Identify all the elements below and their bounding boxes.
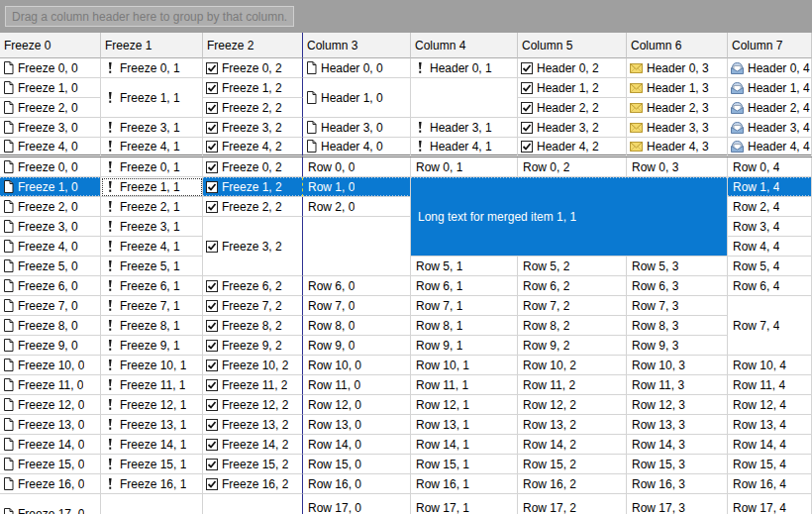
- header-cell[interactable]: Header 0, 4: [728, 58, 812, 78]
- grid-cell[interactable]: Row 11, 3: [627, 375, 728, 395]
- grid-cell[interactable]: Row 9, 0: [303, 336, 411, 356]
- grid-cell[interactable]: Freeze 9, 2: [203, 336, 303, 356]
- grid-cell[interactable]: Freeze 12, 0: [0, 395, 101, 415]
- grid-cell[interactable]: Row 14, 2: [518, 435, 627, 455]
- grid-cell[interactable]: Row 0, 2: [518, 157, 627, 177]
- header-cell[interactable]: Freeze 0, 1: [101, 58, 203, 78]
- grid-cell[interactable]: Row 1, 0: [303, 177, 411, 197]
- grid-cell[interactable]: Row 5, 2: [518, 257, 627, 276]
- grid-cell[interactable]: Freeze 9, 0: [0, 336, 101, 356]
- header-cell[interactable]: Header 3, 4: [728, 118, 812, 138]
- grid-cell[interactable]: Freeze 3, 0: [0, 217, 101, 237]
- grid-cell[interactable]: Freeze 9, 1: [101, 336, 203, 356]
- grid-cell[interactable]: Freeze 15, 0: [0, 455, 101, 474]
- grid-cell[interactable]: [203, 494, 303, 514]
- grid-cell[interactable]: Row 5, 4: [728, 257, 812, 276]
- grid-cell[interactable]: Row 12, 0: [303, 395, 411, 415]
- grid-cell[interactable]: Freeze 3, 1: [101, 217, 203, 237]
- grid-cell[interactable]: Row 11, 0: [303, 375, 411, 395]
- column-header-freeze-2[interactable]: Freeze 2: [203, 33, 303, 58]
- grid-cell[interactable]: Freeze 12, 1: [101, 395, 203, 415]
- grid-cell[interactable]: Freeze 13, 2: [203, 415, 303, 435]
- header-cell[interactable]: Header 4, 0: [303, 138, 411, 157]
- grid-cell[interactable]: Row 9, 2: [518, 336, 627, 356]
- grid-cell[interactable]: Row 7, 4: [728, 296, 812, 356]
- grid-cell[interactable]: Freeze 13, 0: [0, 415, 101, 435]
- grid-cell[interactable]: Freeze 1, 2: [203, 177, 303, 197]
- grid-cell[interactable]: Row 0, 0: [303, 157, 411, 177]
- grid-cell[interactable]: Freeze 2, 1: [101, 197, 203, 217]
- grid-cell[interactable]: Row 10, 4: [728, 356, 812, 375]
- grid-cell[interactable]: Row 9, 1: [411, 336, 518, 356]
- grid-cell[interactable]: Row 10, 2: [518, 356, 627, 375]
- grid-cell[interactable]: Freeze 8, 2: [203, 316, 303, 336]
- grid-cell[interactable]: Row 12, 2: [518, 395, 627, 415]
- grid-cell[interactable]: Row 11, 2: [518, 375, 627, 395]
- grid-cell[interactable]: Freeze 10, 1: [101, 356, 203, 375]
- grid-cell[interactable]: Row 10, 3: [627, 356, 728, 375]
- header-cell[interactable]: Freeze 4, 2: [203, 138, 303, 157]
- grid-cell[interactable]: Row 13, 0: [303, 415, 411, 435]
- header-cell[interactable]: Freeze 4, 1: [101, 138, 203, 157]
- header-cell[interactable]: Header 1, 3: [627, 78, 728, 98]
- header-cell[interactable]: Header 4, 3: [627, 138, 728, 157]
- grid-cell[interactable]: Freeze 8, 1: [101, 316, 203, 336]
- column-header-freeze-1[interactable]: Freeze 1: [101, 33, 203, 58]
- grid-cell[interactable]: Row 1, 4: [728, 177, 812, 197]
- grid-cell[interactable]: Row 6, 0: [303, 276, 411, 296]
- header-cell[interactable]: Freeze 2, 0: [0, 98, 101, 118]
- header-cell[interactable]: Freeze 0, 0: [0, 58, 101, 78]
- grid-cell[interactable]: Row 16, 0: [303, 474, 411, 494]
- header-cell[interactable]: Header 3, 2: [518, 118, 627, 138]
- grid-cell[interactable]: Freeze 7, 0: [0, 296, 101, 316]
- grid-cell[interactable]: Freeze 1, 1: [101, 177, 203, 197]
- grid-cell[interactable]: Freeze 16, 1: [101, 474, 203, 494]
- grid-cell[interactable]: Row 8, 0: [303, 316, 411, 336]
- grid-cell[interactable]: Row 0, 3: [627, 157, 728, 177]
- header-cell[interactable]: Freeze 1, 2: [203, 78, 303, 98]
- header-cell[interactable]: Header 0, 3: [627, 58, 728, 78]
- grid-cell[interactable]: Row 6, 4: [728, 276, 812, 296]
- header-cell[interactable]: [411, 78, 518, 118]
- header-cell[interactable]: Freeze 3, 1: [101, 118, 203, 138]
- grid-cell[interactable]: Freeze 7, 1: [101, 296, 203, 316]
- grid-cell[interactable]: Row 12, 4: [728, 395, 812, 415]
- grid-cell[interactable]: Row 0, 1: [411, 157, 518, 177]
- grid-cell[interactable]: Freeze 15, 2: [203, 455, 303, 474]
- grid-cell[interactable]: Row 12, 3: [627, 395, 728, 415]
- grid-cell[interactable]: Row 17, 3: [627, 494, 728, 514]
- grid-cell[interactable]: Row 5, 1: [411, 257, 518, 276]
- grid-cell[interactable]: Row 3, 4: [728, 217, 812, 237]
- header-cell[interactable]: Header 2, 3: [627, 98, 728, 118]
- grid-cell[interactable]: Row 15, 2: [518, 455, 627, 474]
- grid-cell[interactable]: Freeze 16, 2: [203, 474, 303, 494]
- grid-cell[interactable]: Freeze 6, 1: [101, 276, 203, 296]
- header-cell[interactable]: Header 0, 2: [518, 58, 627, 78]
- grid-cell[interactable]: Freeze 16, 0: [0, 474, 101, 494]
- header-cell[interactable]: Header 2, 4: [728, 98, 812, 118]
- header-cell[interactable]: Header 2, 2: [518, 98, 627, 118]
- grid-cell[interactable]: Row 17, 2: [518, 494, 627, 514]
- grid-cell[interactable]: Freeze 5, 1: [101, 257, 203, 276]
- header-cell[interactable]: Header 3, 3: [627, 118, 728, 138]
- grid-cell[interactable]: Row 16, 4: [728, 474, 812, 494]
- grid-cell[interactable]: Freeze 11, 0: [0, 375, 101, 395]
- grid-cell[interactable]: Row 17, 0: [303, 494, 411, 514]
- grid-cell[interactable]: Freeze 17, 0: [0, 494, 101, 514]
- grid-cell[interactable]: Row 7, 1: [411, 296, 518, 316]
- header-cell[interactable]: Freeze 4, 0: [0, 138, 101, 157]
- grid-cell[interactable]: Freeze 4, 1: [101, 237, 203, 257]
- grid-cell[interactable]: Freeze 2, 0: [0, 197, 101, 217]
- header-cell[interactable]: Freeze 0, 2: [203, 58, 303, 78]
- grid-cell[interactable]: Freeze 0, 2: [203, 157, 303, 177]
- header-cell[interactable]: Freeze 2, 2: [203, 98, 303, 118]
- grid-cell[interactable]: Row 14, 3: [627, 435, 728, 455]
- grid-cell[interactable]: Freeze 10, 0: [0, 356, 101, 375]
- grid-cell[interactable]: Freeze 14, 2: [203, 435, 303, 455]
- grid-cell[interactable]: Freeze 11, 1: [101, 375, 203, 395]
- grid-cell[interactable]: Row 8, 3: [627, 316, 728, 336]
- header-cell[interactable]: Header 3, 1: [411, 118, 518, 138]
- grid-cell[interactable]: Freeze 13, 1: [101, 415, 203, 435]
- grid-cell[interactable]: Row 6, 1: [411, 276, 518, 296]
- header-cell[interactable]: Header 3, 0: [303, 118, 411, 138]
